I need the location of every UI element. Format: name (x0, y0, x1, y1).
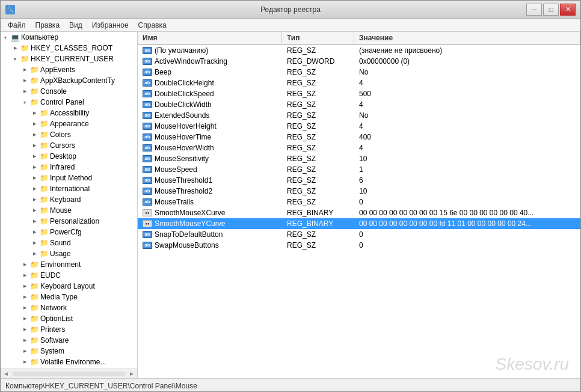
tree-toggle-appearance[interactable] (29, 119, 39, 129)
tree-toggle-colors[interactable] (29, 130, 39, 139)
tree-item-infrared[interactable]: 📁Infrared (1, 162, 137, 173)
col-header-name[interactable]: Имя (138, 32, 282, 44)
tree-item-hkcr[interactable]: 📁HKEY_CLASSES_ROOT (1, 43, 137, 54)
tree-toggle-computer[interactable] (1, 32, 10, 42)
table-row[interactable]: abMouseSpeedREG_SZ1 (138, 164, 580, 175)
folder-icon-hkcr: 📁 (20, 43, 29, 53)
menu-help[interactable]: Справка (134, 20, 171, 31)
tree-toggle-personalization[interactable] (29, 216, 39, 226)
table-row[interactable]: abMouseHoverTimeREG_SZ400 (138, 132, 580, 142)
tree-toggle-mediatype[interactable] (20, 292, 29, 302)
tree-item-network[interactable]: 📁Network (1, 302, 137, 313)
table-row[interactable]: abActiveWindowTrackingREG_DWORD0x0000000… (138, 56, 580, 67)
tree-item-keyboardlayout[interactable]: 📁Keyboard Layout (1, 281, 137, 292)
tree-toggle-powercfg[interactable] (29, 227, 39, 237)
maximize-button[interactable]: □ (543, 4, 559, 16)
table-row[interactable]: abMouseThreshold1REG_SZ6 (138, 175, 580, 186)
tree-item-appevents[interactable]: 📁AppEvents (1, 64, 137, 75)
table-row[interactable]: abSnapToDefaultButtonREG_SZ0 (138, 229, 580, 240)
tree-item-desktop[interactable]: 📁Desktop (1, 151, 137, 162)
tree-item-appxbackup[interactable]: 📁AppXBackupContentTy (1, 75, 137, 86)
tree-item-usage[interactable]: 📁Usage (1, 248, 137, 259)
tree-item-software[interactable]: 📁Software (1, 335, 137, 346)
tree-item-console[interactable]: 📁Console (1, 86, 137, 97)
table-row[interactable]: abMouseHoverHeightREG_SZ4 (138, 121, 580, 132)
table-row[interactable]: abBeepREG_SZNo (138, 67, 580, 78)
tree-toggle-international[interactable] (29, 184, 39, 194)
tree-toggle-controlpanel[interactable] (20, 97, 29, 107)
table-row[interactable]: abMouseSensitivityREG_SZ10 (138, 153, 580, 164)
tree-toggle-desktop[interactable] (29, 152, 39, 161)
tree-toggle-keyboardlayout[interactable] (20, 281, 29, 291)
menu-favorites[interactable]: Избранное (87, 20, 134, 31)
tree-item-keyboard[interactable]: 📁Keyboard (1, 194, 137, 205)
tree-toggle-hkcu[interactable] (10, 54, 20, 64)
tree-toggle-usage[interactable] (29, 249, 39, 259)
tree-item-colors[interactable]: 📁Colors (1, 129, 137, 140)
tree-toggle-accessibility[interactable] (29, 108, 39, 118)
tree-toggle-volatileenv[interactable] (20, 357, 29, 367)
reg-type-icon: ab (143, 177, 152, 184)
tree-item-controlpanel[interactable]: 📁Control Panel (1, 97, 137, 108)
tree-toggle-environment[interactable] (20, 260, 29, 269)
table-body[interactable]: ab(По умолчанию)REG_SZ(значение не присв… (138, 45, 580, 378)
tree-item-computer[interactable]: 💻Компьютер (1, 32, 137, 43)
tree-toggle-console[interactable] (20, 87, 29, 96)
table-row[interactable]: ●●SmoothMouseXCurveREG_BINARY00 00 00 00… (138, 207, 580, 218)
tree-item-printers[interactable]: 📁Printers (1, 324, 137, 335)
reg-type-cell: REG_SZ (282, 154, 354, 164)
tree-scroll[interactable]: 💻Компьютер📁HKEY_CLASSES_ROOT📁HKEY_CURREN… (1, 32, 137, 369)
table-row[interactable]: ab(По умолчанию)REG_SZ(значение не присв… (138, 45, 580, 56)
table-row[interactable]: abExtendedSoundsREG_SZNo (138, 110, 580, 121)
table-row[interactable]: abDoubleClickSpeedREG_SZ500 (138, 88, 580, 99)
tree-toggle-optionlist[interactable] (20, 314, 29, 323)
tree-toggle-appxbackup[interactable] (20, 76, 29, 85)
col-header-type[interactable]: Тип (282, 32, 354, 44)
tree-toggle-keyboard[interactable] (29, 195, 39, 204)
tree-item-mouse[interactable]: 📁Mouse (1, 205, 137, 216)
tree-item-personalization[interactable]: 📁Personalization (1, 216, 137, 227)
tree-item-international[interactable]: 📁International (1, 183, 137, 194)
reg-value-cell: 4 (354, 121, 580, 131)
tree-toggle-cursors[interactable] (29, 141, 39, 150)
tree-item-inputmethod[interactable]: 📁Input Method (1, 173, 137, 183)
table-row[interactable]: abSwapMouseButtonsREG_SZ0 (138, 240, 580, 251)
tree-toggle-mouse[interactable] (29, 206, 39, 215)
menu-file[interactable]: Файл (3, 20, 31, 31)
tree-item-volatileenv[interactable]: 📁Volatile Environme... (1, 357, 137, 367)
table-row[interactable]: abMouseTrailsREG_SZ0 (138, 197, 580, 207)
tree-toggle-network[interactable] (20, 303, 29, 313)
table-row[interactable]: abDoubleClickWidthREG_SZ4 (138, 99, 580, 110)
tree-toggle-software[interactable] (20, 335, 29, 345)
tree-toggle-inputmethod[interactable] (29, 173, 39, 183)
menu-view[interactable]: Вид (64, 20, 87, 31)
tree-item-eudc[interactable]: 📁EUDC (1, 270, 137, 281)
tree-item-cursors[interactable]: 📁Cursors (1, 140, 137, 151)
tree-toggle-system[interactable] (20, 346, 29, 356)
tree-item-optionlist[interactable]: 📁OptionList (1, 313, 137, 324)
minimize-button[interactable]: ─ (526, 4, 542, 16)
tree-toggle-sound[interactable] (29, 238, 39, 248)
close-button[interactable]: ✕ (560, 4, 576, 16)
tree-toggle-infrared[interactable] (29, 162, 39, 172)
tree-toggle-eudc[interactable] (20, 271, 29, 280)
tree-hscroll[interactable]: ◄ ► (1, 369, 137, 378)
tree-item-appearance[interactable]: 📁Appearance (1, 118, 137, 129)
reg-name-text: ActiveWindowTracking (155, 57, 227, 66)
tree-toggle-appevents[interactable] (20, 65, 29, 75)
tree-item-environment[interactable]: 📁Environment (1, 259, 137, 270)
tree-item-hkcu[interactable]: 📁HKEY_CURRENT_USER (1, 54, 137, 64)
tree-item-powercfg[interactable]: 📁PowerCfg (1, 227, 137, 237)
col-header-value[interactable]: Значение (354, 32, 580, 44)
table-row[interactable]: abMouseThreshold2REG_SZ10 (138, 186, 580, 197)
tree-item-mediatype[interactable]: 📁Media Type (1, 292, 137, 302)
tree-toggle-hkcr[interactable] (10, 43, 20, 53)
table-row[interactable]: abMouseHoverWidthREG_SZ4 (138, 142, 580, 153)
tree-item-accessibility[interactable]: 📁Accessibility (1, 108, 137, 118)
tree-item-sound[interactable]: 📁Sound (1, 237, 137, 248)
table-row[interactable]: abDoubleClickHeightREG_SZ4 (138, 78, 580, 88)
table-row[interactable]: ●●SmoothMouseYCurveREG_BINARY00 00 00 00… (138, 218, 580, 229)
menu-edit[interactable]: Правка (31, 20, 65, 31)
tree-toggle-printers[interactable] (20, 325, 29, 334)
tree-item-system[interactable]: 📁System (1, 346, 137, 357)
